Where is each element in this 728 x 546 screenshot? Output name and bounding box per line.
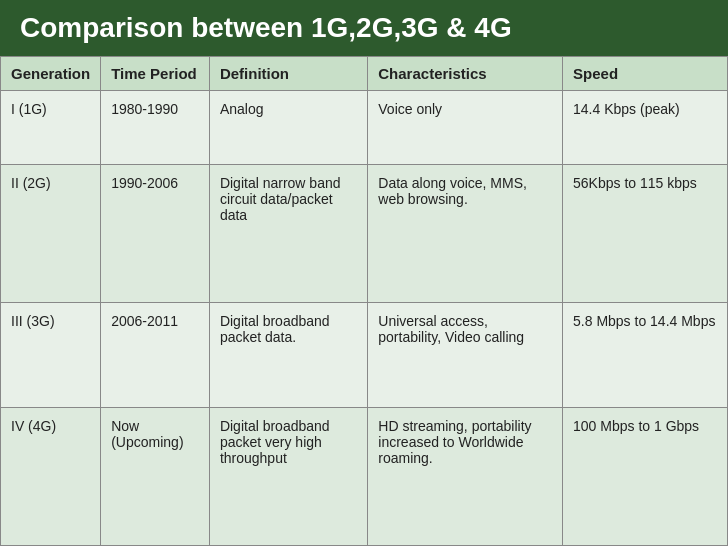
table-header-row: Generation Time Period Definition Charac… — [1, 57, 728, 91]
cell-speed: 100 Mbps to 1 Gbps — [563, 408, 728, 546]
table-row: IV (4G)Now (Upcoming)Digital broadband p… — [1, 408, 728, 546]
table-row: II (2G)1990-2006Digital narrow band circ… — [1, 164, 728, 302]
cell-generation: IV (4G) — [1, 408, 101, 546]
cell-definition: Digital narrow band circuit data/packet … — [209, 164, 367, 302]
table-row: I (1G)1980-1990AnalogVoice only14.4 Kbps… — [1, 91, 728, 165]
header-definition: Definition — [209, 57, 367, 91]
cell-time_period: Now (Upcoming) — [101, 408, 210, 546]
header-time-period: Time Period — [101, 57, 210, 91]
cell-time_period: 1980-1990 — [101, 91, 210, 165]
cell-definition: Digital broadband packet data. — [209, 302, 367, 408]
cell-characteristics: Data along voice, MMS, web browsing. — [368, 164, 563, 302]
cell-characteristics: Universal access, portability, Video cal… — [368, 302, 563, 408]
table-row: III (3G)2006-2011Digital broadband packe… — [1, 302, 728, 408]
cell-generation: III (3G) — [1, 302, 101, 408]
comparison-table: Generation Time Period Definition Charac… — [0, 56, 728, 546]
cell-speed: 56Kbps to 115 kbps — [563, 164, 728, 302]
cell-speed: 5.8 Mbps to 14.4 Mbps — [563, 302, 728, 408]
header-characteristics: Characteristics — [368, 57, 563, 91]
header-generation: Generation — [1, 57, 101, 91]
cell-definition: Digital broadband packet very high throu… — [209, 408, 367, 546]
table-body: I (1G)1980-1990AnalogVoice only14.4 Kbps… — [1, 91, 728, 546]
slide-title: Comparison between 1G,2G,3G & 4G — [0, 0, 728, 56]
cell-generation: II (2G) — [1, 164, 101, 302]
cell-time_period: 2006-2011 — [101, 302, 210, 408]
cell-speed: 14.4 Kbps (peak) — [563, 91, 728, 165]
table-wrapper: Generation Time Period Definition Charac… — [0, 56, 728, 546]
cell-time_period: 1990-2006 — [101, 164, 210, 302]
cell-generation: I (1G) — [1, 91, 101, 165]
cell-definition: Analog — [209, 91, 367, 165]
cell-characteristics: Voice only — [368, 91, 563, 165]
slide: Comparison between 1G,2G,3G & 4G Generat… — [0, 0, 728, 546]
cell-characteristics: HD streaming, portability increased to W… — [368, 408, 563, 546]
header-speed: Speed — [563, 57, 728, 91]
